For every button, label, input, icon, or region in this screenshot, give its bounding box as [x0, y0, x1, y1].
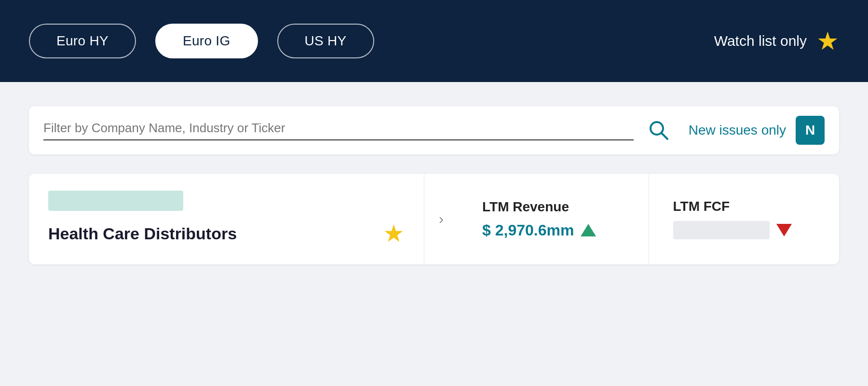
- ltm-revenue-label: LTM Revenue: [482, 199, 624, 215]
- ltm-revenue-metric: LTM Revenue $ 2,970.6mm: [458, 174, 649, 264]
- card-category-bar: [48, 191, 183, 211]
- card-star-icon[interactable]: ★: [383, 220, 405, 248]
- new-issues-button[interactable]: N: [796, 116, 825, 145]
- card-right-section: LTM Revenue $ 2,970.6mm LTM FCF: [458, 174, 839, 264]
- card-expand-chevron[interactable]: ›: [424, 174, 458, 264]
- company-card: Health Care Distributors ★ › LTM Revenue…: [29, 174, 839, 264]
- watchlist-star-icon[interactable]: ★: [816, 28, 839, 54]
- svg-line-1: [661, 133, 667, 139]
- watchlist-label: Watch list only: [714, 33, 807, 49]
- header: Euro HY Euro IG US HY Watch list only ★: [0, 0, 868, 82]
- main-content: New issues only N Health Care Distributo…: [0, 82, 868, 386]
- card-company-row: Health Care Distributors ★: [48, 220, 405, 248]
- ltm-fcf-value-placeholder: [673, 221, 770, 239]
- fcf-down-arrow-icon: [776, 224, 792, 236]
- tab-euro-hy[interactable]: Euro HY: [29, 24, 136, 58]
- revenue-up-arrow-icon: [581, 224, 596, 236]
- card-left-section: Health Care Distributors ★: [29, 174, 424, 264]
- watchlist-filter: Watch list only ★: [714, 28, 839, 54]
- ltm-revenue-value-row: $ 2,970.6mm: [482, 221, 624, 239]
- tab-us-hy[interactable]: US HY: [277, 24, 374, 58]
- search-icon: [648, 120, 669, 141]
- search-bar: New issues only N: [29, 106, 839, 154]
- ltm-fcf-value-row: [673, 221, 815, 239]
- card-company-name: Health Care Distributors: [48, 224, 237, 243]
- new-issues-label: New issues only: [689, 123, 786, 138]
- ltm-fcf-label: LTM FCF: [673, 199, 815, 214]
- search-input[interactable]: [43, 121, 634, 140]
- ltm-revenue-value: $ 2,970.6mm: [482, 221, 574, 239]
- tab-euro-ig[interactable]: Euro IG: [155, 24, 258, 58]
- ltm-fcf-metric: LTM FCF: [649, 174, 840, 264]
